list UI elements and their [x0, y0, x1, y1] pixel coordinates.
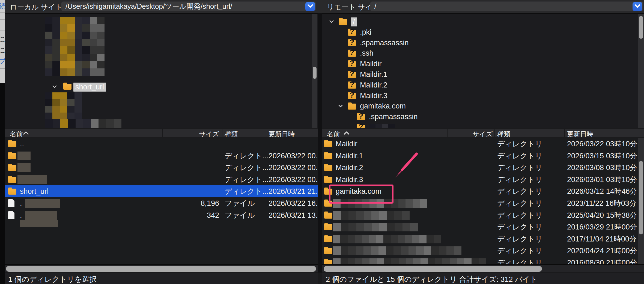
file-modified: 2023/11/22 16時03分	[567, 197, 637, 209]
local-tree-scrollbar-thumb[interactable]	[313, 67, 317, 79]
file-name[interactable]: Maildir	[336, 138, 357, 150]
column-header-name[interactable]: 名前	[327, 130, 340, 138]
column-header-type[interactable]: 種類	[225, 130, 238, 138]
redacted-tree-region	[45, 92, 82, 119]
local-status-text: 1 個のディレクトリを選択	[8, 274, 97, 284]
tree-item-label[interactable]: .pki	[360, 28, 371, 37]
local-site-dropdown-button[interactable]	[305, 2, 315, 11]
remote-tree-item-Maildir.1[interactable]: ?Maildir.1	[322, 70, 644, 80]
file-row[interactable]: ディレクトリ2016/03/29 21時00分	[322, 221, 644, 233]
panel-divider[interactable]	[318, 13, 322, 273]
file-name[interactable]: .	[20, 197, 22, 209]
remote-tree-item-.pki[interactable]: ?.pki	[322, 28, 644, 37]
tree-item-label[interactable]: Maildir.2	[360, 81, 387, 89]
remote-tree-item-Maildir[interactable]: ?Maildir	[322, 59, 644, 69]
file-row[interactable]: ディレクト...2026/03/22 00..	[5, 174, 318, 186]
local-hscrollbar-thumb[interactable]	[6, 266, 316, 272]
redacted-region	[369, 124, 395, 128]
file-row[interactable]: ディレクトリ2016/08/30 21時00分	[322, 257, 644, 264]
tree-item-label[interactable]: /	[351, 17, 357, 26]
file-row[interactable]: .342ファイル2026/03/21 13...	[5, 209, 318, 221]
file-row-short_url[interactable]: short_urlディレクト...2026/03/21 21...	[5, 185, 318, 197]
local-tree-scrollbar-track	[312, 14, 317, 128]
remote-tree-item-.ssh[interactable]: ?.ssh	[322, 49, 644, 58]
file-row-Maildir.2[interactable]: Maildir.2ディレクトリ2026/03/08 03時10分	[322, 162, 644, 174]
file-name[interactable]: Maildir.2	[336, 162, 363, 174]
remote-tree-item-.spamassassin[interactable]: ?.spamassassin	[322, 112, 644, 122]
file-modified: 2026/03/08 03時10分	[567, 162, 637, 174]
local-tree-selected-label[interactable]: short_url	[73, 83, 106, 92]
tree-item-label[interactable]: .spamassassin	[369, 113, 418, 121]
remote-tree-scrollbar-thumb[interactable]	[639, 16, 643, 39]
annotation-highlight-box	[329, 185, 393, 204]
column-header-modified[interactable]: 更新日時	[567, 130, 593, 138]
remote-site-dropdown-button[interactable]	[633, 2, 642, 11]
folder-icon	[8, 188, 16, 195]
column-header-name[interactable]: 名前	[10, 130, 23, 138]
file-row-..[interactable]: ..	[5, 138, 318, 150]
local-tree-panel: short_url	[5, 14, 318, 128]
file-row-Maildir[interactable]: Maildirディレクトリ2026/03/22 03時10分	[322, 138, 644, 150]
file-type: ディレクトリ	[497, 233, 542, 245]
column-header-size[interactable]: サイズ	[472, 130, 493, 138]
remote-hscrollbar-thumb[interactable]	[324, 266, 542, 272]
file-row[interactable]: ディレクト...2026/03/22 00..	[5, 162, 318, 174]
remote-tree-item-/[interactable]: /	[322, 17, 644, 27]
remote-tree-item-.spamassassin[interactable]: ?.spamassassin	[322, 38, 644, 48]
file-type: ディレクトリ	[497, 209, 542, 221]
sort-ascending-icon[interactable]	[343, 131, 350, 137]
tree-item-label[interactable]: .spamassassin	[360, 39, 409, 47]
file-name[interactable]: short_url	[20, 185, 49, 197]
local-file-list: ..ディレクト...2026/03/22 00..ディレクト...2026/03…	[5, 138, 318, 264]
file-row[interactable]: .8,196ファイル2026/03/22 16..	[5, 197, 318, 209]
local-site-input[interactable]: /Users/ishigamitakaya/Desktop/ツール開発/shor…	[61, 1, 316, 11]
remote-tree-item-Maildir.2[interactable]: ?Maildir.2	[322, 80, 644, 90]
file-row-Maildir.1[interactable]: Maildir.1ディレクトリ2026/03/15 03時10分	[322, 150, 644, 162]
remote-tree-item-redacted[interactable]: ?	[322, 123, 644, 128]
remote-tree-item-gamitaka.com[interactable]: gamitaka.com	[322, 101, 644, 111]
file-row-Maildir.3[interactable]: Maildir.3ディレクトリ2026/03/01 03時10分	[322, 174, 644, 186]
tree-item-label[interactable]: .ssh	[360, 49, 374, 58]
redacted-region	[333, 258, 486, 264]
chevron-expanded-icon[interactable]	[52, 84, 58, 90]
tree-item-label[interactable]: Maildir.3	[360, 92, 387, 100]
file-name[interactable]: Maildir.3	[336, 174, 363, 186]
redacted-region	[333, 211, 410, 220]
remote-status-text: 2 個のファイルと 15 個のディレクトリ 合計サイズ: 312 バイト	[326, 274, 538, 284]
folder-icon	[324, 223, 332, 230]
path-bar: ローカル サイト: /Users/ishigamitakaya/Desktop/…	[5, 0, 644, 14]
file-type: ディレクトリ	[497, 174, 542, 186]
remote-list-header: 名前 サイズ 種類 更新日時	[322, 129, 644, 137]
redacted-region	[25, 211, 57, 220]
file-modified: 2026/03/22 16..	[269, 197, 318, 209]
file-row[interactable]: ディレクトリ2025/04/20 15時38分	[322, 209, 644, 221]
local-tree-item-short_url[interactable]: short_url	[5, 82, 318, 92]
folder-icon	[324, 152, 332, 159]
column-header-modified[interactable]: 更新日時	[269, 130, 295, 138]
folder-icon	[324, 235, 332, 242]
folder-question-icon: ?	[348, 92, 356, 99]
file-type: ディレクトリ	[497, 150, 542, 162]
chevron-expanded-icon[interactable]	[329, 19, 335, 25]
background-text-fragment: こ	[0, 46, 5, 55]
folder-icon	[339, 18, 347, 25]
chevron-expanded-icon[interactable]	[338, 103, 344, 109]
local-status-bar: 1 個のディレクトリを選択	[5, 273, 318, 284]
file-row[interactable]: ディレクトリ2020/04/24 21時00分	[322, 245, 644, 257]
tree-item-label[interactable]: Maildir	[360, 60, 382, 68]
remote-site-input[interactable]: /	[370, 1, 643, 11]
file-row[interactable]: ディレクトリ2017/11/04 21時00分	[322, 233, 644, 245]
file-name[interactable]: ..	[20, 138, 24, 150]
tree-item-label[interactable]: Maildir.1	[360, 70, 387, 79]
file-row[interactable]: ディレクト...2026/03/22 00..	[5, 150, 318, 162]
tree-item-label[interactable]: gamitaka.com	[360, 102, 406, 110]
column-header-size[interactable]: サイズ	[199, 130, 219, 138]
redacted-tree-region	[45, 17, 105, 76]
file-name[interactable]: Maildir.1	[336, 150, 363, 162]
sort-ascending-icon[interactable]	[23, 131, 29, 137]
file-modified: 2017/11/04 21時00分	[567, 233, 637, 245]
remote-tree-item-Maildir.3[interactable]: ?Maildir.3	[322, 91, 644, 101]
column-header-type[interactable]: 種類	[497, 130, 510, 138]
file-name[interactable]: .	[20, 209, 22, 221]
folder-icon	[324, 247, 332, 254]
